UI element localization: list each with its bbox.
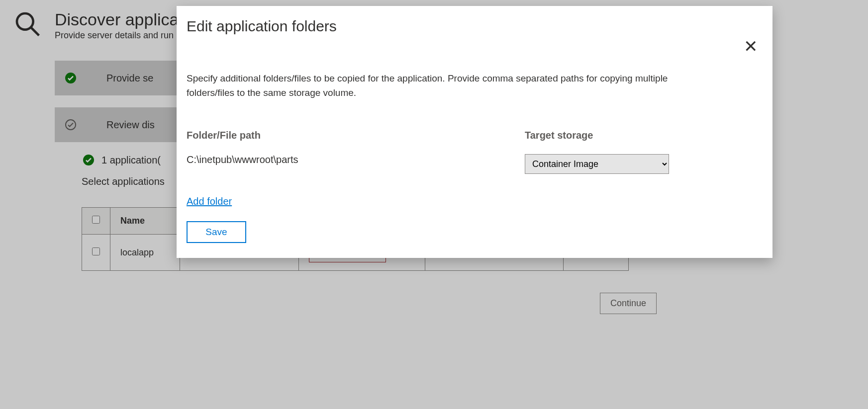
close-icon: ✕ [744,37,758,56]
target-column-label: Target storage [525,130,694,141]
close-button[interactable]: ✕ [739,33,763,60]
path-column-label: Folder/File path [187,130,505,141]
path-value: C:\inetpub\wwwroot\parts [187,154,505,165]
modal-description: Specify additional folders/files to be c… [187,72,714,100]
save-button[interactable]: Save [187,221,246,243]
modal-columns: Folder/File path C:\inetpub\wwwroot\part… [187,130,763,174]
modal-title: Edit application folders [187,18,337,35]
column-target: Target storage Container Image [525,130,694,174]
edit-folders-modal: Edit application folders ✕ Specify addit… [177,6,772,258]
column-path: Folder/File path C:\inetpub\wwwroot\part… [187,130,505,174]
target-storage-select[interactable]: Container Image [525,154,669,174]
modal-header: Edit application folders ✕ [187,18,763,60]
add-folder-link[interactable]: Add folder [187,196,232,207]
